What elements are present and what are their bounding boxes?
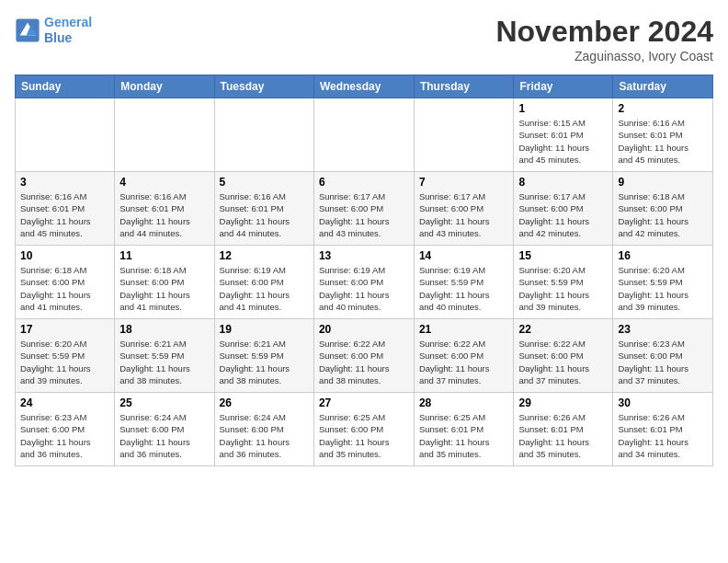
- day-number: 3: [20, 176, 109, 189]
- calendar-day: [115, 98, 214, 172]
- day-number: 20: [319, 323, 409, 336]
- day-number: 8: [518, 176, 608, 189]
- calendar-day: 21Sunrise: 6:22 AM Sunset: 6:00 PM Dayli…: [414, 319, 514, 393]
- calendar-week-2: 10Sunrise: 6:18 AM Sunset: 6:00 PM Dayli…: [16, 246, 713, 319]
- calendar-day: 8Sunrise: 6:17 AM Sunset: 6:00 PM Daylig…: [514, 172, 613, 246]
- day-info: Sunrise: 6:23 AM Sunset: 6:00 PM Dayligh…: [20, 411, 109, 460]
- day-info: Sunrise: 6:16 AM Sunset: 6:01 PM Dayligh…: [119, 190, 209, 239]
- calendar-day: [16, 98, 115, 172]
- day-info: Sunrise: 6:15 AM Sunset: 6:01 PM Dayligh…: [518, 117, 608, 166]
- calendar-day: 9Sunrise: 6:18 AM Sunset: 6:00 PM Daylig…: [613, 172, 713, 246]
- calendar-day: [414, 98, 514, 172]
- day-number: 10: [20, 249, 109, 262]
- calendar-day: 12Sunrise: 6:19 AM Sunset: 6:00 PM Dayli…: [214, 246, 313, 319]
- calendar-body: 1Sunrise: 6:15 AM Sunset: 6:01 PM Daylig…: [16, 98, 713, 466]
- location: Zaguinasso, Ivory Coast: [495, 49, 713, 63]
- day-info: Sunrise: 6:17 AM Sunset: 6:00 PM Dayligh…: [319, 190, 409, 239]
- day-number: 22: [518, 323, 608, 336]
- day-info: Sunrise: 6:26 AM Sunset: 6:01 PM Dayligh…: [618, 411, 708, 460]
- day-info: Sunrise: 6:20 AM Sunset: 5:59 PM Dayligh…: [518, 264, 608, 313]
- day-number: 2: [618, 102, 708, 115]
- calendar-day: 25Sunrise: 6:24 AM Sunset: 6:00 PM Dayli…: [115, 393, 214, 466]
- day-header-saturday: Saturday: [613, 75, 713, 98]
- day-info: Sunrise: 6:25 AM Sunset: 6:01 PM Dayligh…: [419, 411, 509, 460]
- calendar-day: 7Sunrise: 6:17 AM Sunset: 6:00 PM Daylig…: [414, 172, 514, 246]
- day-number: 11: [119, 249, 209, 262]
- day-info: Sunrise: 6:17 AM Sunset: 6:00 PM Dayligh…: [419, 190, 509, 239]
- day-number: 5: [220, 176, 309, 189]
- calendar-day: 22Sunrise: 6:22 AM Sunset: 6:00 PM Dayli…: [514, 319, 613, 393]
- day-info: Sunrise: 6:17 AM Sunset: 6:00 PM Dayligh…: [518, 190, 608, 239]
- day-header-sunday: Sunday: [16, 75, 115, 98]
- calendar-day: 26Sunrise: 6:24 AM Sunset: 6:00 PM Dayli…: [214, 393, 313, 466]
- calendar-day: 17Sunrise: 6:20 AM Sunset: 5:59 PM Dayli…: [16, 319, 115, 393]
- day-number: 19: [220, 323, 309, 336]
- day-info: Sunrise: 6:24 AM Sunset: 6:00 PM Dayligh…: [220, 411, 309, 460]
- day-info: Sunrise: 6:20 AM Sunset: 5:59 PM Dayligh…: [20, 338, 109, 386]
- day-info: Sunrise: 6:22 AM Sunset: 6:00 PM Dayligh…: [518, 338, 608, 386]
- day-info: Sunrise: 6:19 AM Sunset: 6:00 PM Dayligh…: [220, 264, 309, 313]
- calendar-day: 13Sunrise: 6:19 AM Sunset: 6:00 PM Dayli…: [313, 246, 414, 319]
- day-info: Sunrise: 6:19 AM Sunset: 6:00 PM Dayligh…: [319, 264, 409, 313]
- calendar-day: 2Sunrise: 6:16 AM Sunset: 6:01 PM Daylig…: [613, 98, 713, 172]
- calendar-day: 11Sunrise: 6:18 AM Sunset: 6:00 PM Dayli…: [115, 246, 214, 319]
- calendar-day: 29Sunrise: 6:26 AM Sunset: 6:01 PM Dayli…: [514, 393, 613, 466]
- day-info: Sunrise: 6:16 AM Sunset: 6:01 PM Dayligh…: [618, 117, 708, 166]
- calendar-day: 4Sunrise: 6:16 AM Sunset: 6:01 PM Daylig…: [115, 172, 214, 246]
- day-number: 21: [419, 323, 509, 336]
- calendar-week-0: 1Sunrise: 6:15 AM Sunset: 6:01 PM Daylig…: [16, 98, 713, 172]
- calendar-day: 15Sunrise: 6:20 AM Sunset: 5:59 PM Dayli…: [514, 246, 613, 319]
- calendar-day: 30Sunrise: 6:26 AM Sunset: 6:01 PM Dayli…: [613, 393, 713, 466]
- day-info: Sunrise: 6:24 AM Sunset: 6:00 PM Dayligh…: [119, 411, 209, 460]
- calendar-day: 14Sunrise: 6:19 AM Sunset: 5:59 PM Dayli…: [414, 246, 514, 319]
- logo-line2: Blue: [44, 30, 72, 45]
- page-header: General Blue November 2024 Zaguinasso, I…: [15, 15, 713, 63]
- day-number: 9: [618, 176, 708, 189]
- calendar-day: 10Sunrise: 6:18 AM Sunset: 6:00 PM Dayli…: [16, 246, 115, 319]
- day-header-friday: Friday: [514, 75, 613, 98]
- day-info: Sunrise: 6:16 AM Sunset: 6:01 PM Dayligh…: [220, 190, 309, 239]
- day-number: 15: [518, 249, 608, 262]
- day-number: 27: [319, 396, 409, 409]
- day-number: 29: [518, 396, 608, 409]
- calendar-day: 23Sunrise: 6:23 AM Sunset: 6:00 PM Dayli…: [613, 319, 713, 393]
- day-number: 17: [20, 323, 109, 336]
- calendar-day: 5Sunrise: 6:16 AM Sunset: 6:01 PM Daylig…: [214, 172, 313, 246]
- calendar-header: SundayMondayTuesdayWednesdayThursdayFrid…: [16, 75, 713, 98]
- day-info: Sunrise: 6:22 AM Sunset: 6:00 PM Dayligh…: [419, 338, 509, 386]
- day-number: 28: [419, 396, 509, 409]
- day-info: Sunrise: 6:18 AM Sunset: 6:00 PM Dayligh…: [618, 190, 708, 239]
- calendar-day: 18Sunrise: 6:21 AM Sunset: 5:59 PM Dayli…: [115, 319, 214, 393]
- calendar-week-1: 3Sunrise: 6:16 AM Sunset: 6:01 PM Daylig…: [16, 172, 713, 246]
- day-number: 7: [419, 176, 509, 189]
- day-header-tuesday: Tuesday: [214, 75, 313, 98]
- day-info: Sunrise: 6:21 AM Sunset: 5:59 PM Dayligh…: [119, 338, 209, 386]
- day-number: 6: [319, 176, 409, 189]
- calendar-day: 24Sunrise: 6:23 AM Sunset: 6:00 PM Dayli…: [16, 393, 115, 466]
- day-header-thursday: Thursday: [414, 75, 514, 98]
- calendar-week-4: 24Sunrise: 6:23 AM Sunset: 6:00 PM Dayli…: [16, 393, 713, 466]
- month-title: November 2024: [495, 15, 713, 49]
- day-number: 13: [319, 249, 409, 262]
- day-header-wednesday: Wednesday: [313, 75, 414, 98]
- day-number: 16: [618, 249, 708, 262]
- day-info: Sunrise: 6:18 AM Sunset: 6:00 PM Dayligh…: [119, 264, 209, 313]
- day-number: 23: [618, 323, 708, 336]
- day-info: Sunrise: 6:23 AM Sunset: 6:00 PM Dayligh…: [618, 338, 708, 386]
- day-info: Sunrise: 6:26 AM Sunset: 6:01 PM Dayligh…: [518, 411, 608, 460]
- day-number: 14: [419, 249, 509, 262]
- calendar-day: 28Sunrise: 6:25 AM Sunset: 6:01 PM Dayli…: [414, 393, 514, 466]
- calendar-week-3: 17Sunrise: 6:20 AM Sunset: 5:59 PM Dayli…: [16, 319, 713, 393]
- day-number: 24: [20, 396, 109, 409]
- day-number: 4: [119, 176, 209, 189]
- logo-line1: General: [44, 15, 92, 29]
- calendar-day: 20Sunrise: 6:22 AM Sunset: 6:00 PM Dayli…: [313, 319, 414, 393]
- day-number: 18: [119, 323, 209, 336]
- title-block: November 2024 Zaguinasso, Ivory Coast: [495, 15, 713, 63]
- day-number: 25: [119, 396, 209, 409]
- calendar: SundayMondayTuesdayWednesdayThursdayFrid…: [15, 75, 713, 466]
- calendar-day: [214, 98, 313, 172]
- calendar-day: 19Sunrise: 6:21 AM Sunset: 5:59 PM Dayli…: [214, 319, 313, 393]
- logo-text: General Blue: [44, 15, 92, 46]
- day-info: Sunrise: 6:19 AM Sunset: 5:59 PM Dayligh…: [419, 264, 509, 313]
